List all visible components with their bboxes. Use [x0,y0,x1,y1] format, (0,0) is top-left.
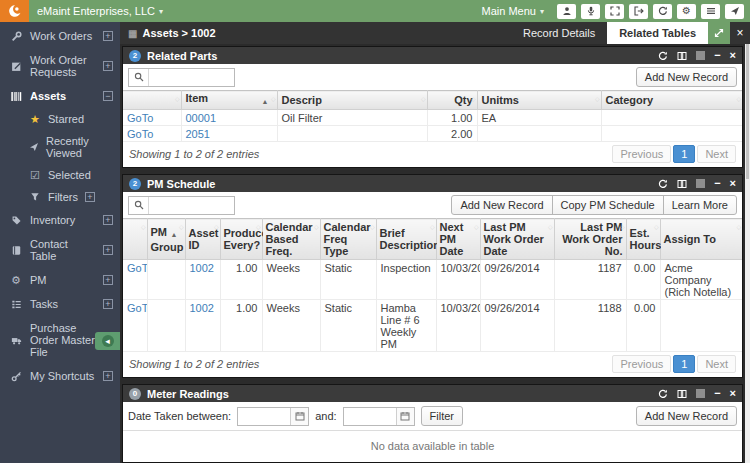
company-menu[interactable]: eMaint Enterprises, LLC ▾ [37,5,163,17]
settings-button[interactable]: ⚙ [677,4,696,19]
page-1-button[interactable]: 1 [673,355,695,373]
col-brief-description[interactable]: Brief Description [376,219,436,260]
columns-icon[interactable] [677,389,687,399]
previous-page-button[interactable]: Previous [612,145,671,163]
item-link[interactable]: 00001 [186,112,217,124]
add-new-record-button[interactable]: Add New Record [636,67,737,87]
previous-page-button[interactable]: Previous [612,355,671,373]
goto-link[interactable]: GoTo [127,112,153,124]
refresh-icon[interactable] [658,389,668,399]
page-1-button[interactable]: 1 [673,145,695,163]
pagination: Previous 1 Next [612,145,736,163]
col-last-pm-wo-date[interactable]: Last PM Work Order Date [480,219,554,260]
tab-record-details[interactable]: Record Details [511,22,607,44]
col-assign-to[interactable]: Assign To [660,219,742,260]
filter-button[interactable]: Filter [421,406,463,426]
columns-icon[interactable] [677,179,687,189]
sidebar-item-work-order-requests[interactable]: Work Order Requests + [0,48,120,84]
date-from-input[interactable] [238,408,290,425]
sidebar-item-work-orders[interactable]: Work Orders + [0,24,120,48]
col-pm-group[interactable]: ▲PM Group [147,219,185,260]
close-icon[interactable]: × [730,388,736,399]
next-page-button[interactable]: Next [697,145,736,163]
sidebar-item-selected[interactable]: ☑ Selected [0,164,120,186]
sidebar-collapse-button[interactable]: ◂ [95,332,120,350]
close-icon[interactable]: × [730,178,736,189]
user-button[interactable] [557,4,576,19]
vertical-scrollbar[interactable] [745,44,750,463]
col-qty[interactable]: Qty [427,91,477,110]
refresh-icon[interactable] [658,51,668,61]
refresh-button[interactable] [653,4,672,19]
col-item[interactable]: ▲Item [181,91,277,110]
col-calendar-freq-type[interactable]: Calendar Freq Type [320,219,376,260]
item-link[interactable]: 2051 [186,128,210,140]
tab-related-tables[interactable]: Related Tables [607,22,708,44]
col-next-pm-date[interactable]: Next PM Date [436,219,480,260]
expand-tab-button[interactable] [708,22,730,44]
col-est-hours[interactable]: Est. Hours [626,219,660,260]
minimize-icon[interactable]: − [714,388,720,399]
calendar-icon[interactable] [290,408,308,425]
sign-out-button[interactable] [629,4,648,19]
col-calendar-based-freq[interactable]: Calendar Based Freq. [262,219,320,260]
copy-pm-schedule-button[interactable]: Copy PM Schedule [552,195,664,215]
sidebar-item-starred[interactable]: ★ Starred [0,108,120,130]
drag-handle-icon[interactable] [696,179,705,188]
col-descrip[interactable]: Descrip [277,91,427,110]
close-icon[interactable]: × [730,50,736,61]
col-category[interactable]: Category [601,91,742,110]
search-icon [129,197,149,214]
drag-handle-icon[interactable] [696,389,705,398]
col-produce-every[interactable]: Produce Every? [220,219,262,260]
sidebar-item-contact-table[interactable]: Contact Table + [0,232,120,268]
minimize-icon[interactable]: − [714,178,720,189]
main-menu[interactable]: Main Menu ▾ [482,5,544,17]
sidebar-item-filters[interactable]: Filters + [0,186,120,208]
expand-plus-icon[interactable]: + [103,275,113,285]
goto-link[interactable]: GoTo [127,302,147,314]
expand-plus-icon[interactable]: + [85,192,95,202]
menu-button[interactable] [701,4,720,19]
sidebar-item-pm[interactable]: ⚙ PM + [0,268,120,292]
calendar-icon[interactable] [396,408,414,425]
close-tab-button[interactable]: × [730,22,750,44]
sidebar-item-assets[interactable]: Assets − [0,84,120,108]
panel-title: Meter Readings [147,388,229,400]
columns-icon[interactable] [677,51,687,61]
learn-more-button[interactable]: Learn More [663,195,737,215]
search-input[interactable] [149,198,234,213]
expand-plus-icon[interactable]: + [103,215,113,225]
microphone-button[interactable] [581,4,600,19]
expand-plus-icon[interactable]: + [103,245,113,255]
col-last-pm-wo-no[interactable]: Last PM Work Order No. [554,219,626,260]
add-new-record-button[interactable]: Add New Record [451,195,552,215]
date-to-input[interactable] [344,408,396,425]
expand-plus-icon[interactable]: + [103,61,113,71]
goto-link[interactable]: GoTo [127,262,147,274]
add-new-record-button[interactable]: Add New Record [636,406,737,426]
navigate-button[interactable] [725,4,744,19]
col-goto[interactable] [123,219,147,260]
sidebar-item-inventory[interactable]: Inventory + [0,208,120,232]
collapse-minus-icon[interactable]: − [103,91,113,101]
search-input[interactable] [149,70,234,85]
scrollbar-thumb[interactable] [746,44,749,179]
col-unitms[interactable]: Unitms [477,91,601,110]
expand-plus-icon[interactable]: + [103,31,113,41]
sidebar-item-tasks[interactable]: Tasks + [0,292,120,316]
next-page-button[interactable]: Next [697,355,736,373]
goto-link[interactable]: GoTo [127,128,153,140]
asset-id-link[interactable]: 1002 [190,302,214,314]
expand-plus-icon[interactable]: + [103,371,113,381]
minimize-icon[interactable]: − [714,50,720,61]
asset-id-link[interactable]: 1002 [190,262,214,274]
fullscreen-button[interactable] [605,4,624,19]
col-goto[interactable] [123,91,181,110]
expand-plus-icon[interactable]: + [103,299,113,309]
sidebar-item-my-shortcuts[interactable]: My Shortcuts + [0,364,120,388]
col-asset-id[interactable]: Asset ID [185,219,220,260]
sidebar-item-recently-viewed[interactable]: Recently Viewed [0,130,120,164]
drag-handle-icon[interactable] [696,51,705,60]
refresh-icon[interactable] [658,179,668,189]
